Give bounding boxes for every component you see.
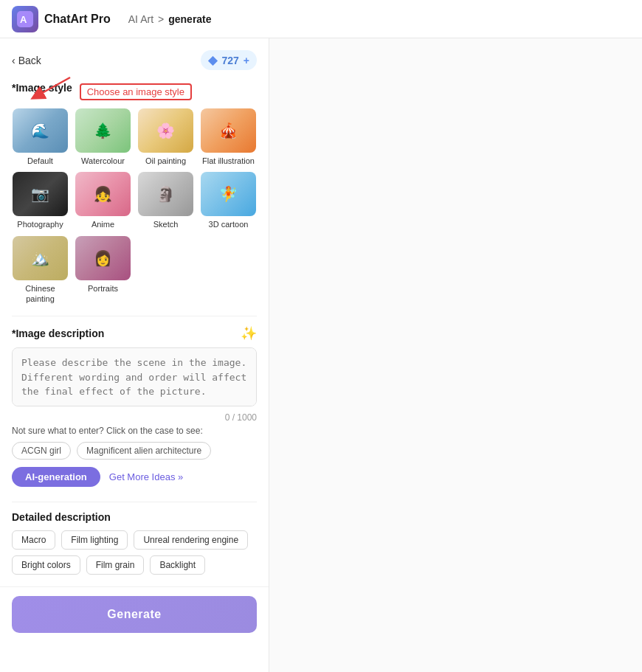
- back-label: Back: [18, 55, 41, 66]
- style-label-flat-illustration: Flat illustration: [202, 156, 255, 166]
- style-thumb-chinese: 🏔️: [13, 236, 68, 280]
- suggestion-chips: ACGN girl Magnificent alien architecture: [12, 442, 257, 460]
- svg-text:A: A: [20, 14, 27, 25]
- divider-1: [12, 316, 257, 316]
- style-item-chinese-painting[interactable]: 🏔️ Chinese painting: [12, 236, 69, 305]
- breadcrumb-current: generate: [168, 13, 211, 25]
- style-label-3d-cartoon: 3D cartoon: [209, 219, 249, 229]
- detailed-description-title: Detailed description: [12, 511, 257, 523]
- credits-badge: ◆ 727 +: [201, 50, 257, 70]
- style-label-sketch: Sketch: [153, 219, 179, 229]
- detail-tags: Macro Film lighting Unreal rendering eng…: [12, 530, 257, 575]
- suggestions-text: Not sure what to enter? Click on the cas…: [12, 426, 257, 436]
- style-item-watercolour[interactable]: 🌲 Watercolour: [75, 108, 131, 166]
- diamond-icon: ◆: [208, 53, 217, 67]
- magic-wand-icon[interactable]: ✨: [241, 325, 257, 342]
- app-header: A ChatArt Pro AI Art > generate: [0, 0, 642, 38]
- chevron-left-icon: ‹: [12, 55, 15, 66]
- style-label-photography: Photography: [17, 219, 63, 229]
- chip-alien[interactable]: Magnificent alien architecture: [77, 442, 211, 460]
- image-description-section: *Image description ✨ 0 / 1000 Not sure w…: [0, 319, 269, 499]
- style-thumb-default: 🌊: [13, 108, 68, 153]
- generate-bar: Generate: [0, 586, 269, 642]
- get-more-ideas-link[interactable]: Get More Ideas »: [109, 471, 183, 482]
- choose-style-hint: Choose an image style: [80, 83, 192, 100]
- style-item-sketch[interactable]: 🗿 Sketch: [137, 172, 194, 229]
- style-item-photography[interactable]: 📷 Photography: [12, 172, 69, 229]
- divider-2: [12, 502, 257, 502]
- app-logo-icon: A: [12, 6, 38, 32]
- style-item-default[interactable]: 🌊 Default: [12, 108, 69, 166]
- tag-film-lighting[interactable]: Film lighting: [61, 530, 128, 550]
- style-label-anime: Anime: [92, 219, 114, 229]
- style-item-oil-painting[interactable]: 🌸 Oil painting: [137, 108, 194, 166]
- credits-amount: 727: [221, 55, 238, 66]
- char-count-row: 0 / 1000: [12, 409, 257, 426]
- logo-area: A ChatArt Pro: [12, 6, 111, 32]
- style-label-default: Default: [27, 156, 53, 166]
- style-label-chinese-painting: Chinese painting: [12, 283, 69, 305]
- style-thumb-watercolour: 🌲: [75, 108, 131, 153]
- left-panel: ‹ Back ◆ 727 + *Image style: [0, 38, 269, 672]
- char-count: 0 / 1000: [225, 412, 257, 423]
- app-name: ChatArt Pro: [44, 13, 111, 26]
- main-layout: ‹ Back ◆ 727 + *Image style: [0, 38, 642, 672]
- breadcrumb: AI Art > generate: [128, 13, 212, 25]
- tag-film-grain[interactable]: Film grain: [86, 555, 145, 575]
- add-credits-button[interactable]: +: [244, 55, 249, 66]
- description-textarea[interactable]: [12, 347, 257, 406]
- style-thumb-photography: 📷: [13, 172, 68, 216]
- breadcrumb-separator: >: [158, 13, 164, 25]
- style-thumb-oil: 🌸: [138, 108, 193, 153]
- right-panel: [269, 38, 642, 672]
- style-item-anime[interactable]: 👧 Anime: [75, 172, 131, 229]
- description-title: *Image description: [12, 328, 104, 339]
- tag-bright-colors[interactable]: Bright colors: [12, 555, 80, 575]
- image-style-section: *Image style Choose an image style: [0, 76, 269, 313]
- style-thumb-sketch: 🗿: [138, 172, 193, 216]
- chip-acgn[interactable]: ACGN girl: [12, 442, 71, 460]
- tag-unreal-rendering[interactable]: Unreal rendering engine: [134, 530, 248, 550]
- ai-gen-row: AI-generation Get More Ideas »: [12, 467, 257, 487]
- style-grid: 🌊 Default 🌲 Watercolour 🌸 Oil pain: [12, 108, 257, 304]
- tag-backlight[interactable]: Backlight: [150, 555, 205, 575]
- tag-macro[interactable]: Macro: [12, 530, 55, 550]
- breadcrumb-parent: AI Art: [128, 13, 153, 25]
- style-thumb-flat: 🎪: [201, 108, 256, 153]
- style-thumb-3dcartoon: 🧚: [201, 172, 256, 216]
- style-thumb-portraits: 👩: [75, 236, 131, 280]
- detailed-description-section: Detailed description Macro Film lighting…: [0, 505, 269, 586]
- back-button[interactable]: ‹ Back: [12, 55, 41, 66]
- style-thumb-anime: 👧: [75, 172, 131, 216]
- style-label-portraits: Portraits: [88, 283, 118, 294]
- style-label-oil-painting: Oil painting: [145, 156, 186, 166]
- style-item-flat-illustration[interactable]: 🎪 Flat illustration: [200, 108, 257, 166]
- svg-line-2: [37, 77, 70, 96]
- back-bar: ‹ Back ◆ 727 +: [0, 38, 269, 76]
- description-header: *Image description ✨: [12, 325, 257, 342]
- style-item-3d-cartoon[interactable]: 🧚 3D cartoon: [200, 172, 257, 229]
- generate-button[interactable]: Generate: [12, 596, 257, 633]
- style-item-portraits[interactable]: 👩 Portraits: [75, 236, 131, 305]
- annotation-arrow: [30, 74, 74, 103]
- ai-generation-button[interactable]: AI-generation: [12, 467, 100, 487]
- style-label-watercolour: Watercolour: [81, 156, 125, 166]
